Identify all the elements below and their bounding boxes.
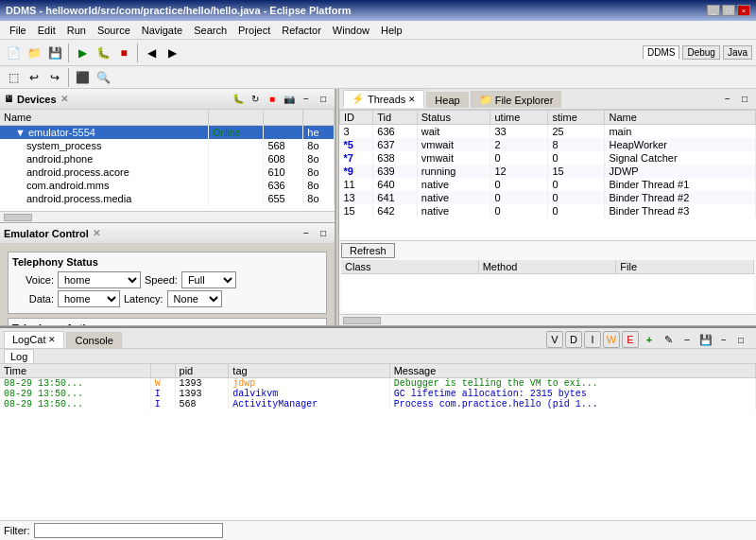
tb-save-btn[interactable]: 💾 <box>45 44 64 62</box>
tab-file-explorer[interactable]: 📁 File Explorer <box>471 91 562 108</box>
speed-select[interactable]: FullGPRSEDGE <box>181 271 236 288</box>
maximize-btn[interactable]: □ <box>722 5 735 16</box>
tb-new-btn[interactable]: 📄 <box>4 44 23 62</box>
logcat-i-btn[interactable]: I <box>584 331 601 348</box>
filter-input[interactable] <box>34 523 223 538</box>
devices-scrollbar-x[interactable] <box>0 211 335 222</box>
tb2-btn3[interactable]: ↪ <box>45 68 64 87</box>
thread-row[interactable]: 13 641 native 0 0 Binder Thread #2 <box>340 191 756 204</box>
logcat-e-btn[interactable]: E <box>622 331 639 348</box>
logcat-d-btn[interactable]: D <box>565 331 582 348</box>
thread-row[interactable]: *9 639 running 12 15 JDWP <box>340 165 756 178</box>
title-bar: DDMS - helloworld/src/com/practice/hello… <box>0 0 756 21</box>
file-col-header: File <box>616 260 754 273</box>
menu-item-refactor[interactable]: Refactor <box>276 24 327 37</box>
menu-item-source[interactable]: Source <box>92 24 136 37</box>
thread-row[interactable]: 15 642 native 0 0 Binder Thread #3 <box>340 204 756 218</box>
minimize-btn[interactable]: _ <box>707 5 720 16</box>
menu-item-navigate[interactable]: Navigate <box>136 24 188 37</box>
tb-debug-btn[interactable]: 🐛 <box>94 44 112 62</box>
dev-extra: 8o <box>303 192 335 205</box>
devices-refresh-btn[interactable]: ↻ <box>248 92 263 107</box>
logcat-add-btn[interactable]: + <box>641 331 658 348</box>
tab-threads[interactable]: ⚡ Threads ✕ <box>343 90 424 108</box>
emulator-min-btn[interactable]: − <box>299 226 314 241</box>
thread-status: native <box>417 191 490 204</box>
thread-stime: 0 <box>548 178 605 191</box>
latency-select[interactable]: NoneGPRS <box>167 290 222 307</box>
threads-tab-close[interactable]: ✕ <box>408 95 416 104</box>
log-subtab[interactable]: Log <box>4 349 34 363</box>
logcat-tab-close[interactable]: ✕ <box>48 335 56 344</box>
logcat-save-btn[interactable]: 💾 <box>697 331 714 348</box>
menu-item-help[interactable]: Help <box>375 24 408 37</box>
devices-min-btn[interactable]: − <box>299 92 314 107</box>
tab-logcat[interactable]: LogCat ✕ <box>4 331 64 348</box>
ddms-perspective-btn[interactable]: DDMS <box>643 45 679 60</box>
menu-item-project[interactable]: Project <box>232 24 276 37</box>
logcat-table: Time pid tag Message 08-29 13:50... W 13… <box>0 364 756 409</box>
devices-stop-btn[interactable]: ■ <box>265 92 280 107</box>
logcat-v-btn[interactable]: V <box>546 331 563 348</box>
voice-select[interactable]: homeroamingunregistered <box>58 271 141 288</box>
col-extra <box>303 110 335 126</box>
logcat-row[interactable]: 08-29 13:50... I 568 ActivityManager Pro… <box>0 399 756 409</box>
logcat-max-btn[interactable]: □ <box>733 332 748 347</box>
devices-bug-btn[interactable]: 🐛 <box>231 92 246 107</box>
tb-open-btn[interactable]: 📁 <box>25 44 43 62</box>
java-perspective-btn[interactable]: Java <box>723 45 752 60</box>
tab-console[interactable]: Console <box>66 332 121 348</box>
close-btn[interactable]: × <box>737 5 750 16</box>
tb2-btn4[interactable]: ⬛ <box>73 68 92 87</box>
menu-item-window[interactable]: Window <box>327 24 375 37</box>
devices-row[interactable]: android.process.acore 610 8o <box>0 165 335 179</box>
devices-screen-btn[interactable]: 📷 <box>282 92 297 107</box>
console-tab-label: Console <box>75 335 112 346</box>
tb2-btn2[interactable]: ↩ <box>25 68 43 87</box>
devices-data-table: Name ▼ emulator-5554 Online he system_pr… <box>0 110 335 205</box>
emulator-max-btn[interactable]: □ <box>316 226 331 241</box>
devices-max-btn[interactable]: □ <box>316 92 331 107</box>
tb-fwd-btn[interactable]: ▶ <box>163 44 181 62</box>
logcat-min-btn[interactable]: − <box>716 332 731 347</box>
tb2-btn1[interactable]: ⬚ <box>4 68 23 87</box>
thread-id: 13 <box>340 191 373 204</box>
thread-name: Binder Thread #2 <box>605 191 756 204</box>
thread-row[interactable]: *5 637 vmwait 2 8 HeapWorker <box>340 138 756 151</box>
logcat-row[interactable]: 08-29 13:50... I 1393 dalvikvm GC lifeti… <box>0 389 756 399</box>
logcat-row[interactable]: 08-29 13:50... W 1393 jdwp Debugger is t… <box>0 378 756 390</box>
debug-perspective-btn[interactable]: Debug <box>682 45 719 60</box>
filter-label: Filter: <box>4 525 30 536</box>
logcat-edit-btn[interactable]: ✎ <box>660 331 677 348</box>
thread-row[interactable]: *7 638 vmwait 0 0 Signal Catcher <box>340 151 756 165</box>
thread-row[interactable]: 3 636 wait 33 25 main <box>340 125 756 139</box>
toolbar-sep2 <box>137 44 138 62</box>
tb-back-btn[interactable]: ◀ <box>142 44 161 62</box>
thread-stime: 25 <box>548 125 605 139</box>
tb2-btn5[interactable]: 🔍 <box>94 68 112 87</box>
devices-row[interactable]: system_process 568 8o <box>0 139 335 152</box>
right-min-btn[interactable]: − <box>720 92 735 107</box>
menu-item-search[interactable]: Search <box>188 24 232 37</box>
th-name: Name <box>605 111 756 125</box>
thread-row[interactable]: 11 640 native 0 0 Binder Thread #1 <box>340 178 756 191</box>
logcat-w-btn[interactable]: W <box>603 331 620 348</box>
devices-row[interactable]: android.phone 608 8o <box>0 152 335 165</box>
data-select[interactable]: homeroaming <box>58 290 120 307</box>
menu-item-run[interactable]: Run <box>61 24 92 37</box>
logcat-del-btn[interactable]: − <box>679 331 696 348</box>
devices-row[interactable]: android.process.media 655 8o <box>0 192 335 205</box>
thread-status: running <box>417 165 490 178</box>
right-max-btn[interactable]: □ <box>737 92 752 107</box>
devices-row[interactable]: ▼ emulator-5554 Online he <box>0 126 335 140</box>
refresh-button[interactable]: Refresh <box>341 243 395 258</box>
devices-row[interactable]: com.android.mms 636 8o <box>0 179 335 192</box>
menu-item-file[interactable]: File <box>4 24 32 37</box>
threads-scrollbar-x[interactable] <box>339 314 756 325</box>
data-row: Data: homeroaming Latency: NoneGPRS <box>12 290 322 307</box>
tb-stop-btn[interactable]: ■ <box>114 44 133 62</box>
tab-heap[interactable]: Heap <box>426 92 468 108</box>
menu-item-edit[interactable]: Edit <box>32 24 61 37</box>
tb-run-btn[interactable]: ▶ <box>73 44 92 62</box>
log-message: Debugger is telling the VM to exi... <box>389 378 755 390</box>
